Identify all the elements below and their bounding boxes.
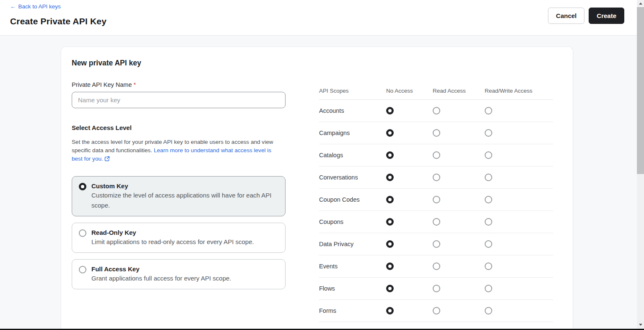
card-title: New private API key	[72, 59, 141, 68]
access-option-radio[interactable]	[79, 266, 86, 273]
scope-row: Campaigns	[319, 122, 553, 144]
access-option-title: Full Access Key	[91, 265, 278, 273]
scrollbar-thumb[interactable]	[637, 7, 644, 174]
read-access-radio[interactable]	[433, 196, 440, 203]
access-option-text: Read-Only Key Limit applications to read…	[91, 229, 278, 247]
scope-label: Coupon Codes	[319, 196, 386, 203]
no-access-radio[interactable]	[386, 196, 394, 203]
read-write-access-radio[interactable]	[485, 196, 492, 203]
key-name-label-text: Private API Key Name	[72, 81, 132, 88]
access-level-option-read-only-key[interactable]: Read-Only Key Limit applications to read…	[72, 223, 286, 253]
page-title: Create Private API Key	[10, 16, 106, 26]
access-option-text: Full Access Key Grant applications full …	[91, 265, 278, 283]
read-write-access-radio[interactable]	[485, 262, 492, 270]
access-level-option-full-access-key[interactable]: Full Access Key Grant applications full …	[72, 259, 286, 289]
read-write-access-radio[interactable]	[485, 151, 492, 159]
access-option-title: Read-Only Key	[91, 229, 278, 236]
access-option-description: Customize the level of access applicatio…	[91, 190, 278, 210]
page-header: ← Back to API keys Create Private API Ke…	[0, 0, 637, 36]
access-level-description: Set the access level for your private AP…	[72, 138, 282, 164]
read-access-radio[interactable]	[433, 151, 440, 159]
key-name-input[interactable]	[72, 92, 286, 108]
header-actions: Cancel Create	[548, 8, 624, 24]
no-access-radio[interactable]	[386, 240, 394, 248]
key-name-label: Private API Key Name*	[72, 81, 136, 88]
access-option-radio[interactable]	[79, 183, 86, 190]
no-access-radio[interactable]	[386, 129, 394, 137]
no-access-radio[interactable]	[386, 262, 394, 270]
scope-row: Data Privacy	[319, 233, 553, 255]
no-access-radio[interactable]	[386, 151, 394, 159]
access-option-description: Grant applications full access for every…	[91, 273, 278, 283]
read-access-radio[interactable]	[433, 107, 440, 114]
scope-row: Catalogs	[319, 144, 553, 166]
scopes-table-header: API Scopes No Access Read Access Read/Wr…	[319, 82, 553, 100]
scope-row: Coupon Codes	[319, 189, 553, 211]
scope-label: Data Privacy	[319, 241, 386, 247]
back-arrow-icon: ←	[10, 3, 16, 10]
scope-label: Campaigns	[319, 130, 386, 136]
page-content: New private API key Private API Key Name…	[0, 36, 637, 330]
scope-label: Accounts	[319, 107, 386, 114]
read-write-access-radio[interactable]	[485, 107, 492, 114]
scope-row: Events	[319, 255, 553, 278]
scrollbar-down-icon[interactable]	[637, 321, 644, 328]
external-link-icon	[104, 156, 110, 164]
column-header-read-write-access: Read/Write Access	[485, 88, 553, 94]
read-write-access-radio[interactable]	[485, 218, 492, 226]
cancel-button[interactable]: Cancel	[548, 8, 584, 24]
access-option-text: Custom Key Customize the level of access…	[91, 182, 278, 210]
column-header-no-access: No Access	[386, 88, 433, 94]
read-write-access-radio[interactable]	[485, 285, 492, 292]
scope-label: Flows	[319, 285, 386, 292]
access-option-description: Limit applications to read-only access f…	[91, 237, 278, 247]
scope-row: Accounts	[319, 100, 553, 122]
read-access-radio[interactable]	[433, 129, 440, 137]
scope-label: Conversations	[319, 174, 386, 181]
back-link-label: Back to API keys	[18, 3, 61, 10]
read-write-access-radio[interactable]	[485, 240, 492, 248]
column-header-read-access: Read Access	[433, 88, 485, 94]
api-scopes-table: API Scopes No Access Read Access Read/Wr…	[319, 82, 553, 322]
column-header-api-scopes: API Scopes	[319, 88, 386, 94]
read-access-radio[interactable]	[433, 262, 440, 270]
scope-row: Forms	[319, 300, 553, 322]
access-option-title: Custom Key	[91, 182, 278, 190]
vertical-scrollbar[interactable]	[637, 0, 644, 330]
scope-row: Conversations	[319, 166, 553, 189]
scope-label: Coupons	[319, 218, 386, 225]
no-access-radio[interactable]	[386, 307, 394, 314]
read-write-access-radio[interactable]	[485, 307, 492, 314]
no-access-radio[interactable]	[386, 107, 394, 114]
access-level-heading: Select Access Level	[72, 124, 132, 131]
read-access-radio[interactable]	[433, 307, 440, 314]
scopes-table-body: Accounts Campaigns Catalogs Conversation…	[319, 100, 553, 322]
scope-label: Forms	[319, 307, 386, 314]
create-button[interactable]: Create	[589, 8, 624, 24]
access-option-radio[interactable]	[79, 229, 86, 237]
new-api-key-card: New private API key Private API Key Name…	[61, 47, 573, 330]
read-write-access-radio[interactable]	[485, 174, 492, 181]
scope-label: Events	[319, 263, 386, 270]
read-write-access-radio[interactable]	[485, 129, 492, 137]
read-access-radio[interactable]	[433, 218, 440, 226]
scope-label: Catalogs	[319, 152, 386, 159]
access-level-option-custom-key[interactable]: Custom Key Customize the level of access…	[72, 176, 286, 216]
no-access-radio[interactable]	[386, 218, 394, 226]
read-access-radio[interactable]	[433, 174, 440, 181]
scope-row: Flows	[319, 278, 553, 300]
back-to-api-keys-link[interactable]: ← Back to API keys	[10, 3, 61, 10]
scope-row: Coupons	[319, 211, 553, 233]
no-access-radio[interactable]	[386, 285, 394, 292]
access-level-options: Custom Key Customize the level of access…	[72, 176, 286, 289]
scrollbar-up-icon[interactable]	[637, 0, 644, 7]
read-access-radio[interactable]	[433, 240, 440, 248]
read-access-radio[interactable]	[433, 285, 440, 292]
no-access-radio[interactable]	[386, 174, 394, 181]
required-asterisk: *	[133, 81, 136, 88]
